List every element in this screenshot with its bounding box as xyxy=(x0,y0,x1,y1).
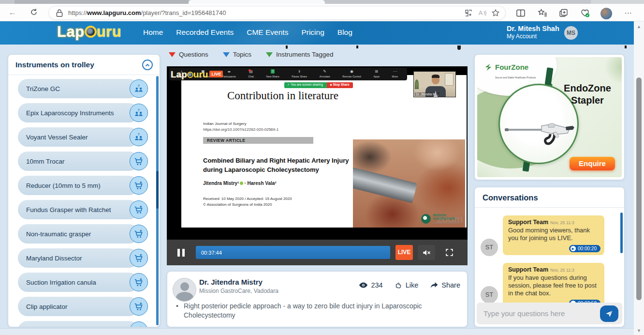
browser-menu-icon[interactable]: ... xyxy=(625,7,632,15)
nav-link[interactable]: Recorded Events xyxy=(176,28,234,37)
lapguru-logo[interactable]: Lapuru xyxy=(57,23,121,41)
instrument-label: 10mm Trocar xyxy=(26,158,65,165)
zoom-toolbar-button[interactable]: Apps xyxy=(373,70,380,78)
page-scrollbar[interactable]: ▲ ▼ xyxy=(634,21,644,335)
audio-timestamp-chip[interactable]: ▶00:00:20 xyxy=(569,245,600,252)
favorites-icon[interactable] xyxy=(537,8,548,18)
inactive-tab[interactable] xyxy=(591,0,644,4)
instrument-action-icon[interactable]: ? xyxy=(130,273,148,291)
zoom-toolbar-button[interactable]: Participants xyxy=(222,70,236,78)
instrument-item[interactable]: Fundus Grasper with Ratchet ? xyxy=(18,200,139,219)
instrument-action-icon[interactable]: ? xyxy=(130,225,148,243)
user-avatar[interactable]: MS xyxy=(564,26,578,40)
video-frame[interactable]: Contribution in literature Indian Journa… xyxy=(167,66,468,240)
browser-window: ← https://www.lapguru.com/player/?trans_… xyxy=(0,0,644,335)
view-count: 234 xyxy=(359,281,382,289)
scrollbar-thumb[interactable] xyxy=(636,77,642,300)
stop-share-button[interactable]: ■ Stop Share xyxy=(327,82,353,88)
mute-button[interactable] xyxy=(418,245,435,260)
blue-marker-icon xyxy=(223,52,230,57)
instrument-label: Epix Laparoscopy Instruments xyxy=(26,109,114,117)
nav-link[interactable]: Pricing xyxy=(301,28,324,37)
conversations-scrollbar[interactable] xyxy=(620,213,623,253)
chat-input-bar xyxy=(477,303,622,324)
instrument-action-icon[interactable]: ? xyxy=(130,128,148,146)
instrument-item[interactable]: Voyant Vessel Sealer ? xyxy=(18,127,139,147)
play-icon: ▶ xyxy=(571,246,576,251)
zoom-toolbar-button[interactable]: New Share xyxy=(266,70,279,78)
zoom-toolbar-button[interactable]: More xyxy=(392,70,398,78)
collections-icon[interactable] xyxy=(558,8,569,18)
browser-tab-strip[interactable] xyxy=(0,0,644,4)
fullscreen-button[interactable] xyxy=(440,245,458,260)
fourzone-mark-icon xyxy=(484,63,493,72)
instrument-item[interactable]: Reducer (10mm to 5 mm) ? xyxy=(18,176,139,195)
sidebar-scrollbar[interactable] xyxy=(156,76,159,325)
browser-essentials-icon[interactable] xyxy=(580,8,590,18)
instrument-action-icon[interactable]: ? xyxy=(130,79,148,98)
scroll-up-arrow[interactable]: ▲ xyxy=(634,24,644,29)
instrument-label: Maryland Dissector xyxy=(26,255,82,262)
people-question-icon: ? xyxy=(133,107,144,118)
active-tab[interactable] xyxy=(189,0,325,4)
instrument-action-icon[interactable]: ? xyxy=(130,104,148,122)
browser-toolbar: ← https://www.lapguru.com/player/?trans_… xyxy=(0,4,644,21)
send-button[interactable] xyxy=(600,305,618,322)
video-player[interactable]: Contribution in literature Indian Journa… xyxy=(167,66,468,265)
zoom-toolbar-icon xyxy=(392,70,398,75)
grid-plus-icon[interactable] xyxy=(464,8,473,18)
read-aloud-icon[interactable]: A xyxy=(477,8,487,18)
instrument-item[interactable]: Non-traumatic grasper ? xyxy=(18,224,139,244)
progress-bar[interactable]: 00:37:44 xyxy=(196,246,390,259)
instrument-item[interactable]: 10mm Trocar ? xyxy=(18,152,139,171)
browser-profile-avatar[interactable] xyxy=(600,8,612,19)
slide-title: Contribution in literature xyxy=(181,90,384,102)
enquire-button[interactable]: Enquire xyxy=(570,157,615,170)
share-button[interactable]: Share xyxy=(430,281,460,289)
instrument-item[interactable]: Epix Laparoscopy Instruments ? xyxy=(18,103,139,122)
zoom-toolbar-button[interactable]: Annotate xyxy=(320,70,330,78)
inactive-tab[interactable] xyxy=(15,0,189,4)
zoom-toolbar-button[interactable]: Remote Control xyxy=(342,70,361,78)
user-name: Dr. Mitesh Shah xyxy=(507,25,559,32)
my-account-label[interactable]: My Account xyxy=(507,33,559,40)
advertisement-card[interactable]: FourZoneSecure and Stable Healthcare Pro… xyxy=(474,54,625,180)
instrument-action-icon[interactable]: ? xyxy=(130,200,148,219)
url-bar[interactable]: https://www.lapguru.com/player/?trans_id… xyxy=(48,6,506,20)
account-menu[interactable]: Dr. Mitesh Shah My Account xyxy=(507,25,559,40)
instrument-item[interactable]: ? xyxy=(18,321,139,327)
scroll-down-arrow[interactable]: ▼ xyxy=(634,328,644,333)
zoom-toolbar-button[interactable]: Pause Share xyxy=(292,70,307,78)
message-bubble: Support TeamNov, 25 11:3 Good morning vi… xyxy=(503,215,604,255)
nav-link[interactable]: Blog xyxy=(337,28,352,37)
instrument-item[interactable]: Maryland Dissector ? xyxy=(18,248,139,268)
ad-banner[interactable]: FourZoneSecure and Stable Healthcare Pro… xyxy=(477,57,622,177)
back-button[interactable]: ← xyxy=(7,7,18,18)
message-time: Nov, 25 11:3 xyxy=(550,268,574,273)
instrument-item[interactable]: Clip applicator ? xyxy=(18,297,139,316)
nav-link[interactable]: Home xyxy=(143,28,163,37)
thumbs-up-icon xyxy=(395,281,403,289)
instrument-action-icon[interactable]: ? xyxy=(130,176,148,195)
nav-link[interactable]: CME Events xyxy=(247,28,288,37)
refresh-button[interactable] xyxy=(28,7,40,18)
zoom-toolbar-button[interactable]: Chat xyxy=(248,70,254,78)
split-screen-icon[interactable] xyxy=(515,8,526,18)
instrument-action-icon[interactable]: ? xyxy=(130,152,148,170)
instrument-action-icon[interactable]: ? xyxy=(130,297,148,316)
like-button[interactable]: Like xyxy=(395,281,419,289)
product-name: EndoZoneStapler xyxy=(561,82,614,107)
sidebar-header: Instruments on trolley xyxy=(8,55,160,75)
instrument-action-icon[interactable]: ? xyxy=(130,249,148,267)
instrument-action-icon[interactable]: ? xyxy=(130,321,148,327)
paper-dates: Received: 10 May 2020 / Accepted: 15 Aug… xyxy=(203,196,292,208)
collapse-chevron-icon[interactable] xyxy=(142,60,153,70)
pause-button[interactable] xyxy=(175,249,187,257)
instrument-label: Voyant Vessel Sealer xyxy=(26,134,88,141)
question-input[interactable] xyxy=(483,309,600,318)
live-button[interactable]: LIVE xyxy=(395,245,413,260)
instrument-item[interactable]: Suction Irrigation canula ? xyxy=(18,273,139,292)
favorite-star-icon[interactable] xyxy=(491,8,500,18)
instrument-item[interactable]: TriZone GC ? xyxy=(18,79,139,98)
sidebar-scrollbar-thumb[interactable] xyxy=(156,171,159,209)
